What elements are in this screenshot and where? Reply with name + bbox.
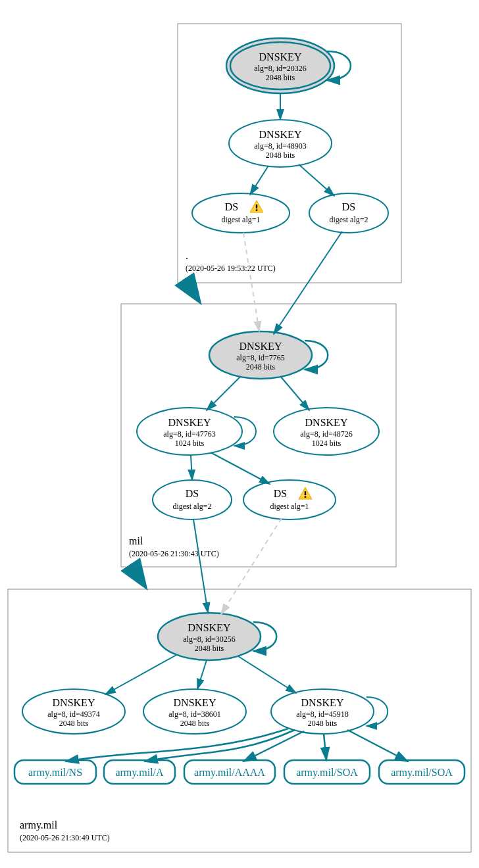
- edge-zsk3-to-aaaa: [243, 731, 304, 761]
- edge-mil-zsk1-to-ds2: [191, 455, 192, 480]
- node-mil-ds1: DS digest alg=1: [243, 480, 336, 519]
- zone-army-ts: (2020-05-26 21:30:49 UTC): [20, 833, 110, 842]
- edge-root-zsk-to-ds2: [299, 164, 334, 196]
- svg-point-15: [309, 193, 388, 233]
- svg-text:alg=8, id=45918: alg=8, id=45918: [296, 710, 349, 719]
- svg-text:alg=8, id=30256: alg=8, id=30256: [183, 635, 236, 644]
- svg-text:alg=8, id=38601: alg=8, id=38601: [168, 710, 221, 719]
- rr-ns: army.mil/NS: [14, 760, 96, 784]
- svg-text:army.mil/SOA: army.mil/SOA: [296, 767, 358, 779]
- edge-mil-ds1-to-army-ksk: [221, 518, 282, 614]
- edge-mil-zsk1-to-ds1: [211, 452, 270, 484]
- edge-army-ksk-to-zsk2: [197, 660, 207, 689]
- edge-army-ksk-to-zsk3: [238, 656, 296, 693]
- edge-delegation-root-to-mil: [184, 279, 197, 299]
- node-army-zsk3: DNSKEY alg=8, id=45918 2048 bits: [271, 689, 374, 734]
- zone-mil-name: mil: [129, 535, 143, 546]
- edge-root-ds1-to-mil-ksk: [243, 233, 259, 331]
- svg-point-31: [153, 480, 232, 519]
- svg-text:army.mil/NS: army.mil/NS: [28, 767, 82, 779]
- node-mil-ds2: DS digest alg=2: [153, 480, 232, 519]
- svg-text:DNSKEY: DNSKEY: [259, 51, 302, 62]
- svg-text:army.mil/AAAA: army.mil/AAAA: [194, 767, 265, 779]
- svg-text:DS: DS: [186, 488, 199, 499]
- edge-mil-ksk-to-zsk2: [280, 376, 309, 410]
- zone-mil: mil (2020-05-26 21:30:43 UTC) DNSKEY alg…: [121, 231, 396, 567]
- svg-text:alg=8, id=49374: alg=8, id=49374: [47, 710, 100, 719]
- svg-text:army.mil/SOA: army.mil/SOA: [391, 767, 453, 779]
- svg-text:DNSKEY: DNSKEY: [240, 341, 282, 352]
- edge-root-zsk-to-ds1: [250, 166, 268, 195]
- svg-text:alg=8, id=20326: alg=8, id=20326: [254, 64, 307, 73]
- svg-text:DS: DS: [274, 488, 287, 499]
- edge-zsk3-to-soa2: [347, 730, 408, 761]
- edge-mil-ds2-to-army-ksk: [193, 519, 208, 613]
- node-root-ds2: DS digest alg=2: [309, 193, 388, 233]
- svg-text:2048 bits: 2048 bits: [59, 719, 89, 728]
- edge-army-ksk-to-zsk1: [105, 655, 176, 694]
- node-mil-ksk: DNSKEY alg=8, id=7765 2048 bits: [209, 331, 312, 379]
- node-root-ds1: DS digest alg=1: [192, 193, 290, 233]
- svg-text:2048 bits: 2048 bits: [308, 719, 338, 728]
- rr-soa1: army.mil/SOA: [284, 760, 370, 784]
- svg-text:alg=8, id=48726: alg=8, id=48726: [300, 429, 353, 439]
- svg-text:digest alg=2: digest alg=2: [329, 215, 368, 224]
- svg-text:DS: DS: [342, 201, 355, 212]
- svg-text:DS: DS: [225, 201, 238, 212]
- svg-text:alg=8, id=7765: alg=8, id=7765: [236, 353, 285, 362]
- svg-text:DNSKEY: DNSKEY: [259, 129, 302, 140]
- svg-text:DNSKEY: DNSKEY: [301, 697, 344, 708]
- node-mil-zsk2: DNSKEY alg=8, id=48726 1024 bits: [274, 408, 379, 455]
- zone-army: army.mil (2020-05-26 21:30:49 UTC) DNSKE…: [8, 518, 471, 852]
- svg-text:2048 bits: 2048 bits: [266, 73, 295, 82]
- svg-text:DNSKEY: DNSKEY: [168, 417, 211, 428]
- node-root-zsk: DNSKEY alg=8, id=48903 2048 bits: [229, 120, 332, 167]
- svg-text:alg=8, id=48903: alg=8, id=48903: [254, 141, 307, 151]
- svg-text:1024 bits: 1024 bits: [175, 439, 205, 448]
- zone-root-ts: (2020-05-26 19:53:22 UTC): [186, 264, 276, 273]
- svg-text:digest alg=1: digest alg=1: [221, 215, 260, 224]
- svg-text:2048 bits: 2048 bits: [180, 719, 210, 728]
- node-army-zsk2: DNSKEY alg=8, id=38601 2048 bits: [143, 689, 246, 734]
- rr-a: army.mil/A: [104, 760, 175, 784]
- zone-mil-ts: (2020-05-26 21:30:43 UTC): [129, 549, 219, 558]
- node-army-zsk1: DNSKEY alg=8, id=49374 2048 bits: [22, 689, 125, 734]
- svg-text:DNSKEY: DNSKEY: [305, 417, 348, 428]
- edge-zsk3-to-soa1: [324, 734, 326, 760]
- svg-text:2048 bits: 2048 bits: [195, 644, 224, 653]
- edge-zsk3-to-a: [145, 730, 295, 761]
- svg-text:1024 bits: 1024 bits: [312, 439, 341, 448]
- node-root-ksk: DNSKEY alg=8, id=20326 2048 bits: [226, 38, 334, 93]
- zone-root-name: .: [186, 250, 188, 261]
- svg-text:2048 bits: 2048 bits: [246, 362, 276, 372]
- zone-army-name: army.mil: [20, 819, 58, 831]
- svg-text:digest alg=2: digest alg=2: [172, 502, 211, 511]
- rr-aaaa: army.mil/AAAA: [184, 760, 275, 784]
- node-mil-zsk1: DNSKEY alg=8, id=47763 1024 bits: [137, 408, 242, 455]
- zone-root: . (2020-05-26 19:53:22 UTC) DNSKEY alg=8…: [178, 24, 401, 283]
- svg-point-12: [192, 193, 290, 233]
- edge-mil-ksk-to-zsk1: [207, 376, 241, 410]
- svg-text:army.mil/A: army.mil/A: [115, 767, 164, 779]
- rr-soa2: army.mil/SOA: [379, 760, 465, 784]
- svg-text:alg=8, id=47763: alg=8, id=47763: [163, 429, 216, 439]
- svg-point-34: [243, 480, 336, 519]
- svg-text:DNSKEY: DNSKEY: [174, 697, 216, 708]
- node-army-ksk: DNSKEY alg=8, id=30256 2048 bits: [158, 613, 261, 660]
- svg-text:2048 bits: 2048 bits: [266, 151, 295, 160]
- svg-text:DNSKEY: DNSKEY: [188, 622, 231, 633]
- dnssec-diagram: . (2020-05-26 19:53:22 UTC) DNSKEY alg=8…: [0, 0, 479, 868]
- svg-text:digest alg=1: digest alg=1: [270, 502, 309, 511]
- svg-text:DNSKEY: DNSKEY: [53, 697, 95, 708]
